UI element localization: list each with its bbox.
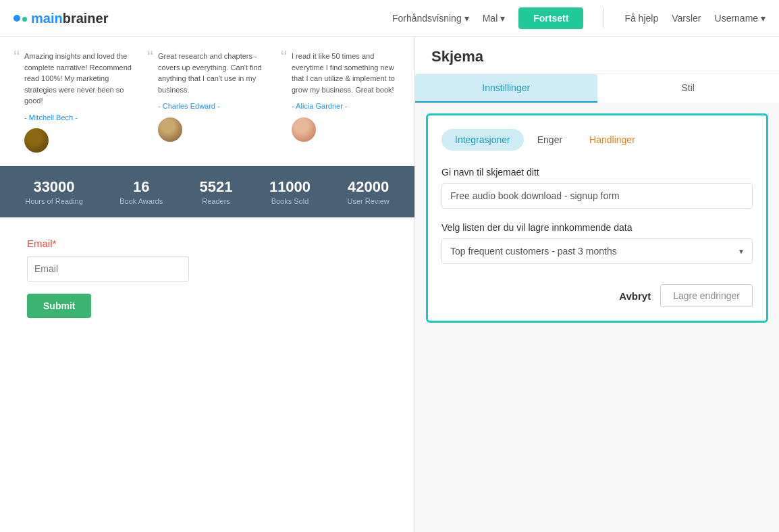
nav-fa-hjelp[interactable]: Få hjelp bbox=[624, 13, 658, 24]
testimonial-2-text: Great research and chapters - covers up … bbox=[158, 51, 267, 95]
stat-reviews: 42000 User Review bbox=[347, 178, 389, 205]
stats-bar: 33000 Hours of Reading 16 Book Awards 55… bbox=[0, 166, 414, 217]
stat-readers-number: 5521 bbox=[200, 178, 233, 196]
nav-username[interactable]: Username ▾ bbox=[715, 13, 765, 24]
main-layout: Amazing insights and loved the complete … bbox=[0, 37, 779, 532]
email-input[interactable] bbox=[27, 256, 189, 282]
chevron-down-icon: ▾ bbox=[500, 13, 505, 24]
testimonial-1-text: Amazing insights and loved the complete … bbox=[24, 51, 134, 107]
stat-books-sold-label: Books Sold bbox=[269, 197, 311, 205]
top-navigation: mainbrainer Forhåndsvisning ▾ Mal ▾ Fort… bbox=[0, 0, 779, 37]
left-panel: Amazing insights and loved the complete … bbox=[0, 37, 414, 532]
required-asterisk: * bbox=[53, 238, 57, 249]
list-label: Velg listen der du vil lagre innkommende… bbox=[441, 222, 753, 233]
nav-right: Få hjelp Varsler Username ▾ bbox=[624, 13, 765, 24]
logo: mainbrainer bbox=[14, 11, 109, 26]
form-name-input[interactable] bbox=[441, 183, 753, 209]
inner-tab-handlinger[interactable]: Handlinger bbox=[576, 129, 649, 151]
tab-stil[interactable]: Stil bbox=[597, 74, 780, 103]
stat-reviews-number: 42000 bbox=[347, 178, 389, 196]
lagre-button[interactable]: Lagre endringer bbox=[660, 284, 753, 307]
testimonial-3-author: - Alicia Gardner - bbox=[292, 101, 401, 112]
testimonial-2-author: - Charles Edward - bbox=[158, 101, 267, 112]
list-select-wrap: Top frequent customers - past 3 months T… bbox=[441, 238, 753, 264]
list-select[interactable]: Top frequent customers - past 3 months T… bbox=[441, 238, 753, 264]
logo-dots bbox=[14, 15, 27, 22]
chevron-down-icon: ▾ bbox=[464, 13, 469, 24]
fortsett-button[interactable]: Fortsett bbox=[518, 7, 583, 29]
nav-varsler[interactable]: Varsler bbox=[672, 13, 701, 24]
stat-readers: 5521 Readers bbox=[200, 178, 233, 205]
stat-readers-label: Readers bbox=[200, 197, 233, 205]
inner-tab-enger[interactable]: Enger bbox=[524, 129, 576, 151]
avatar-2 bbox=[158, 117, 182, 142]
logo-text: mainbrainer bbox=[31, 11, 109, 26]
stat-awards-number: 16 bbox=[119, 178, 163, 196]
avbryt-button[interactable]: Avbryt bbox=[619, 290, 651, 302]
email-form-section: Email* Submit bbox=[0, 217, 414, 338]
testimonial-3-text: I read it like 50 times and everytime I … bbox=[292, 51, 401, 95]
chevron-down-icon: ▾ bbox=[761, 13, 765, 24]
nav-divider bbox=[603, 8, 604, 28]
testimonial-2: Great research and chapters - covers up … bbox=[147, 51, 267, 153]
top-tabs: Innstillinger Stil bbox=[415, 74, 779, 103]
testimonial-1: Amazing insights and loved the complete … bbox=[14, 51, 134, 153]
testimonials: Amazing insights and loved the complete … bbox=[0, 37, 414, 166]
avatar-1 bbox=[24, 128, 49, 153]
stat-books-sold: 11000 Books Sold bbox=[269, 178, 311, 205]
testimonial-3: I read it like 50 times and everytime I … bbox=[281, 51, 401, 153]
skjema-title: Skjema bbox=[415, 37, 779, 74]
submit-button[interactable]: Submit bbox=[27, 294, 91, 318]
logo-dot-teal bbox=[22, 17, 27, 22]
form-name-label: Gi navn til skjemaet ditt bbox=[441, 167, 753, 178]
stat-reviews-label: User Review bbox=[347, 197, 389, 205]
stat-hours: 33000 Hours of Reading bbox=[25, 178, 83, 205]
right-panel: Skjema Innstillinger Stil Integrasjoner … bbox=[414, 37, 779, 532]
inner-tabs: Integrasjoner Enger Handlinger bbox=[441, 129, 753, 151]
nav-forhands[interactable]: Forhåndsvisning ▾ bbox=[392, 13, 469, 24]
logo-dot-blue bbox=[14, 15, 20, 22]
avatar-3 bbox=[292, 117, 316, 142]
panel-card: Integrasjoner Enger Handlinger Gi navn t… bbox=[426, 113, 768, 323]
nav-mal[interactable]: Mal ▾ bbox=[483, 13, 506, 24]
stat-books-sold-number: 11000 bbox=[269, 178, 311, 196]
panel-footer: Avbryt Lagre endringer bbox=[441, 284, 753, 307]
stat-awards-label: Book Awards bbox=[119, 197, 163, 205]
inner-tab-integrasjoner[interactable]: Integrasjoner bbox=[441, 129, 524, 151]
stat-hours-number: 33000 bbox=[25, 178, 83, 196]
email-label: Email* bbox=[27, 238, 387, 249]
stat-hours-label: Hours of Reading bbox=[25, 197, 83, 205]
stat-awards: 16 Book Awards bbox=[119, 178, 163, 205]
tab-innstillinger[interactable]: Innstillinger bbox=[415, 74, 597, 103]
testimonial-1-author: - Mitchell Bech - bbox=[24, 112, 134, 124]
